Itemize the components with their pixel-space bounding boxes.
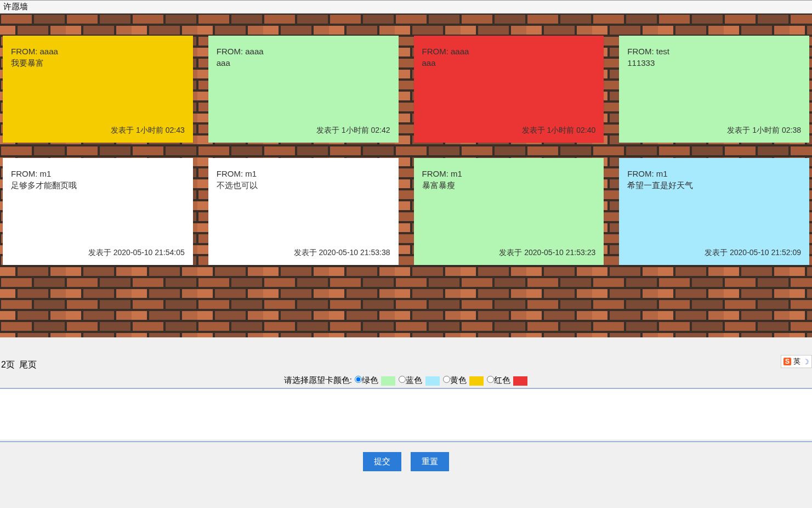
card-message: 希望一直是好天气: [627, 179, 801, 191]
card-time: 发表于 1小时前 02:40: [422, 125, 596, 136]
page-title: 许愿墙: [3, 2, 28, 11]
swatch-blue: [425, 376, 440, 386]
page-2-link[interactable]: 2页: [1, 360, 15, 369]
submit-button[interactable]: 提交: [363, 452, 401, 471]
card-from: FROM: m1: [422, 168, 596, 179]
card-from: FROM: m1: [11, 168, 185, 179]
card-from: FROM: m1: [217, 168, 390, 179]
wish-textarea[interactable]: [0, 389, 812, 439]
button-row: 提交 重置: [0, 442, 812, 488]
card-message: 足够多才能翻页哦: [11, 179, 185, 191]
card-from: FROM: m1: [627, 168, 801, 179]
form-section: 2页 尾页 S 英 ☽ 请选择愿望卡颜色: 绿色 蓝色 黄色 红色 提交: [0, 337, 812, 488]
color-picker-label: 请选择愿望卡颜色:: [284, 375, 352, 385]
wish-card[interactable]: FROM: m1暴富暴瘦发表于 2020-05-10 21:53:23: [414, 158, 604, 265]
radio-red[interactable]: [487, 376, 494, 383]
card-from: FROM: test: [627, 46, 801, 57]
color-option-blue[interactable]: 蓝色: [399, 375, 441, 385]
color-option-green[interactable]: 绿色: [355, 375, 398, 385]
window-title-bar: 许愿墙: [0, 0, 812, 14]
ime-s-icon: S: [783, 358, 791, 365]
pager-row: 2页 尾页 S 英 ☽: [0, 359, 812, 375]
card-message: aaa: [217, 57, 390, 69]
ime-lang: 英: [793, 357, 800, 366]
wish-card[interactable]: FROM: m1足够多才能翻页哦发表于 2020-05-10 21:54:05: [3, 158, 193, 265]
wish-card[interactable]: FROM: m1不选也可以发表于 2020-05-10 21:53:38: [208, 158, 399, 265]
wish-cards-grid: FROM: aaaa我要暴富发表于 1小时前 02:43FROM: aaaaaa…: [0, 14, 812, 287]
last-page-link[interactable]: 尾页: [19, 360, 37, 369]
wish-card[interactable]: FROM: m1希望一直是好天气发表于 2020-05-10 21:52:09: [619, 158, 809, 265]
wish-card[interactable]: FROM: test111333发表于 1小时前 02:38: [619, 36, 809, 143]
swatch-yellow: [469, 376, 484, 386]
card-from: FROM: aaaa: [217, 46, 390, 57]
card-time: 发表于 2020-05-10 21:53:23: [422, 247, 596, 258]
wish-textarea-wrap: [0, 389, 812, 442]
card-time: 发表于 1小时前 02:43: [11, 125, 185, 136]
swatch-green: [381, 376, 395, 386]
wish-card[interactable]: FROM: aaaaaaa发表于 1小时前 02:40: [414, 36, 604, 143]
radio-blue[interactable]: [399, 376, 406, 383]
color-option-red[interactable]: 红色: [487, 375, 527, 385]
card-time: 发表于 1小时前 02:38: [627, 125, 801, 136]
card-message: 暴富暴瘦: [422, 179, 596, 191]
color-picker-row: 请选择愿望卡颜色: 绿色 蓝色 黄色 红色: [0, 375, 812, 389]
reset-button[interactable]: 重置: [411, 452, 449, 471]
card-time: 发表于 2020-05-10 21:54:05: [11, 247, 185, 258]
card-message: 不选也可以: [217, 179, 390, 191]
card-time: 发表于 1小时前 02:42: [217, 125, 390, 136]
card-time: 发表于 2020-05-10 21:52:09: [627, 247, 801, 258]
wish-card[interactable]: FROM: aaaa我要暴富发表于 1小时前 02:43: [3, 36, 193, 143]
wish-card[interactable]: FROM: aaaaaaa发表于 1小时前 02:42: [208, 36, 399, 143]
card-from: FROM: aaaa: [422, 46, 596, 57]
radio-yellow[interactable]: [443, 376, 450, 383]
card-from: FROM: aaaa: [11, 46, 185, 57]
card-message: 111333: [627, 57, 801, 69]
ime-moon-icon: ☽: [803, 358, 809, 366]
radio-green[interactable]: [355, 376, 362, 383]
card-message: aaa: [422, 57, 596, 69]
swatch-red: [513, 376, 527, 386]
card-message: 我要暴富: [11, 57, 185, 69]
ime-indicator[interactable]: S 英 ☽: [781, 355, 812, 368]
card-time: 发表于 2020-05-10 21:53:38: [217, 247, 390, 258]
color-option-yellow[interactable]: 黄色: [443, 375, 486, 385]
brick-wall-background: FROM: aaaa我要暴富发表于 1小时前 02:43FROM: aaaaaa…: [0, 14, 812, 337]
